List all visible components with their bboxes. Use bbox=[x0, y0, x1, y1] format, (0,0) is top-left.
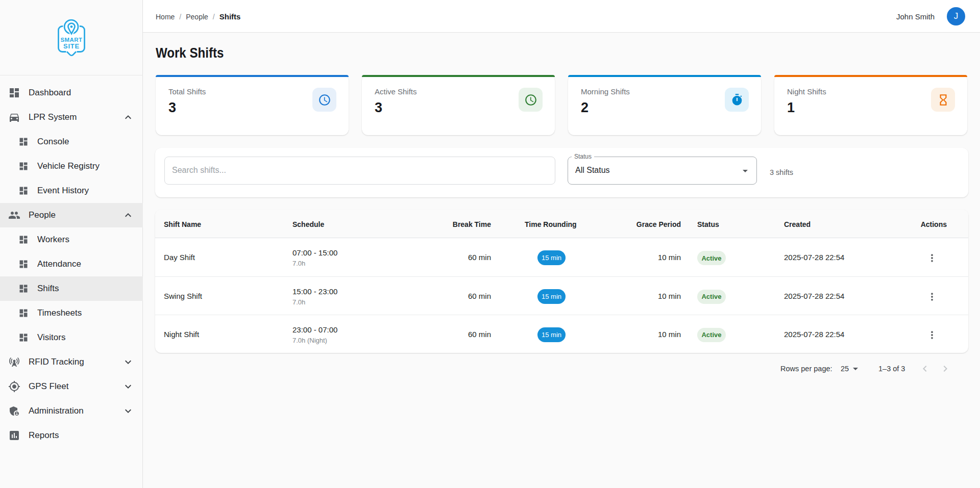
svg-text:SMART: SMART bbox=[61, 37, 83, 43]
svg-text:SITE: SITE bbox=[63, 42, 80, 50]
